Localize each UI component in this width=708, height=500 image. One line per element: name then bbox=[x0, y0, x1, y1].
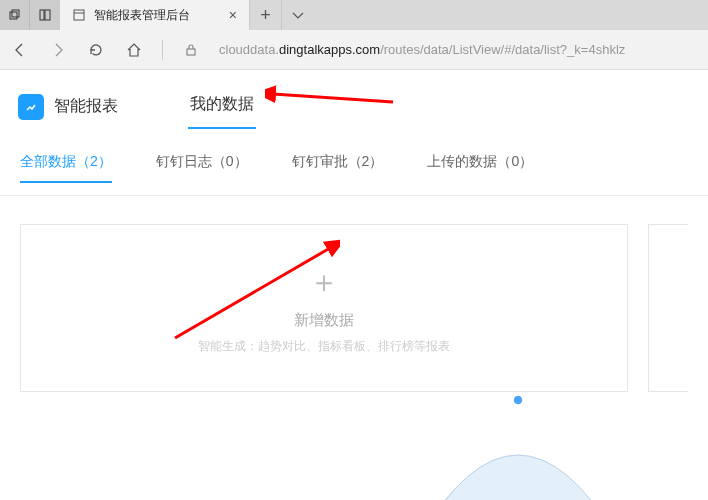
close-icon[interactable]: × bbox=[229, 7, 237, 23]
subtab-dinglog[interactable]: 钉钉日志（0） bbox=[156, 153, 248, 183]
url-prefix: clouddata. bbox=[219, 42, 279, 57]
separator bbox=[162, 40, 163, 60]
svg-rect-2 bbox=[40, 10, 44, 20]
subtab-approval[interactable]: 钉钉审批（2） bbox=[292, 153, 384, 183]
plus-icon: ＋ bbox=[309, 262, 339, 303]
subtabs: 全部数据（2） 钉钉日志（0） 钉钉审批（2） 上传的数据（0） bbox=[0, 129, 708, 196]
tab-my-data[interactable]: 我的数据 bbox=[188, 84, 256, 129]
svg-point-10 bbox=[513, 395, 523, 405]
subtab-all[interactable]: 全部数据（2） bbox=[20, 153, 112, 183]
svg-rect-3 bbox=[45, 10, 50, 20]
svg-rect-1 bbox=[12, 10, 19, 17]
subtab-uploaded[interactable]: 上传的数据（0） bbox=[427, 153, 533, 183]
svg-rect-0 bbox=[10, 12, 17, 19]
app-title: 智能报表 bbox=[54, 96, 118, 117]
add-card-title: 新增数据 bbox=[294, 311, 354, 330]
url-display[interactable]: clouddata.dingtalkapps.com/routes/data/L… bbox=[219, 42, 625, 57]
refresh-button[interactable] bbox=[86, 40, 106, 60]
window-preview-button[interactable] bbox=[30, 0, 60, 30]
new-tab-button[interactable]: + bbox=[250, 0, 282, 30]
app-logo bbox=[18, 94, 44, 120]
url-path: /routes/data/ListView/#/data/list?_k=4sh… bbox=[380, 42, 625, 57]
app-header: 智能报表 我的数据 bbox=[0, 70, 708, 129]
window-tabs-button[interactable] bbox=[0, 0, 30, 30]
tab-title: 智能报表管理后台 bbox=[94, 7, 221, 24]
url-host: dingtalkapps.com bbox=[279, 42, 380, 57]
next-card-peek[interactable] bbox=[648, 224, 688, 392]
titlebar: 智能报表管理后台 × + bbox=[0, 0, 708, 30]
browser-tab[interactable]: 智能报表管理后台 × bbox=[60, 0, 250, 30]
back-button[interactable] bbox=[10, 40, 30, 60]
tab-actions-button[interactable] bbox=[282, 0, 314, 30]
svg-rect-4 bbox=[74, 10, 84, 20]
page-icon bbox=[72, 8, 86, 22]
home-button[interactable] bbox=[124, 40, 144, 60]
svg-rect-6 bbox=[187, 49, 195, 55]
decorative-curve bbox=[388, 340, 648, 500]
lock-icon[interactable] bbox=[181, 40, 201, 60]
address-bar: clouddata.dingtalkapps.com/routes/data/L… bbox=[0, 30, 708, 70]
forward-button[interactable] bbox=[48, 40, 68, 60]
